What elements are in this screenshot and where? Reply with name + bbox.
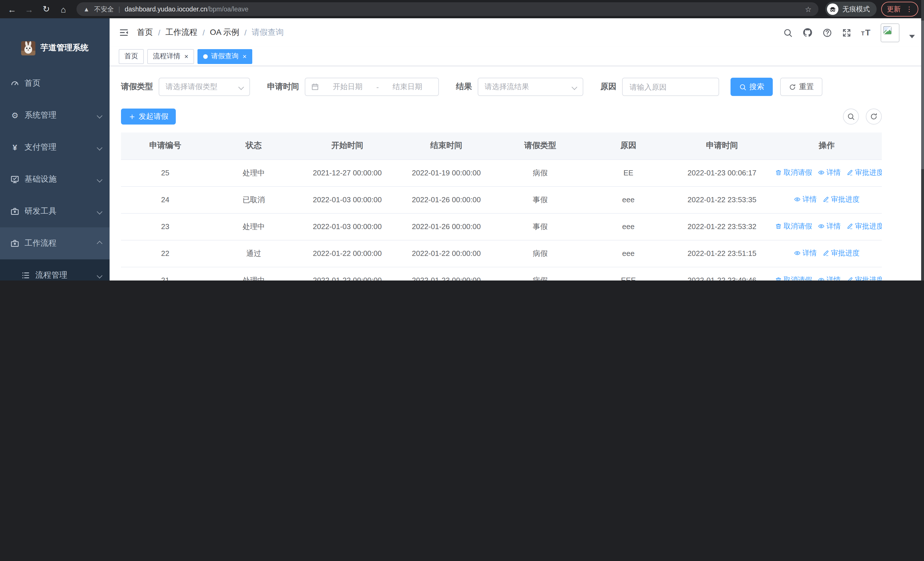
breadcrumb-separator: / <box>202 28 205 37</box>
sidebar-item-process-mgmt[interactable]: 流程管理 <box>0 259 110 281</box>
progress-action-link[interactable]: 审批进度 <box>846 275 882 281</box>
start-date-placeholder: 开始日期 <box>322 82 373 92</box>
close-icon[interactable]: × <box>184 53 188 60</box>
breadcrumb-item[interactable]: 工作流程 <box>165 27 198 38</box>
sidebar-item-home[interactable]: 首页 <box>0 68 110 99</box>
chevron-down-icon <box>97 209 102 214</box>
detail-action-link[interactable]: 详情 <box>818 222 841 232</box>
avatar[interactable] <box>880 23 900 42</box>
edit-icon <box>822 196 829 203</box>
url-host: dashboard.yudao.iocoder.cn <box>125 6 207 12</box>
caret-down-icon[interactable] <box>909 35 915 38</box>
reason-input[interactable] <box>622 78 719 96</box>
url-text: dashboard.yudao.iocoder.cn/bpm/oa/leave <box>125 6 249 12</box>
briefcase-icon <box>10 207 20 216</box>
progress-action-link[interactable]: 审批进度 <box>822 195 860 205</box>
leave-type-select[interactable]: 请选择请假类型 <box>159 78 250 96</box>
update-button[interactable]: 更新 ⋮ <box>881 2 918 17</box>
bookmark-star-icon[interactable]: ☆ <box>805 5 812 14</box>
cell-status: 处理中 <box>210 159 298 186</box>
close-icon[interactable]: × <box>243 53 246 60</box>
reason-label: 原因 <box>600 82 616 92</box>
tab-请假查询[interactable]: 请假查询× <box>198 49 252 64</box>
refresh-icon <box>870 113 878 120</box>
font-size-icon[interactable]: TT <box>861 27 871 38</box>
column-header: 请假类型 <box>496 132 584 159</box>
detail-action-link[interactable]: 详情 <box>818 168 841 177</box>
cell-start: 2022-01-03 00:00:00 <box>298 213 397 240</box>
forward-icon[interactable]: → <box>23 3 35 15</box>
address-bar[interactable]: ▲ 不安全 | dashboard.yudao.iocoder.cn/bpm/o… <box>76 2 818 16</box>
search-button[interactable]: 搜索 <box>730 78 773 96</box>
cell-status: 通过 <box>210 240 298 267</box>
cell-reason: eee <box>584 186 672 213</box>
home-icon[interactable]: ⌂ <box>57 3 70 15</box>
apply-time-range-picker[interactable]: 开始日期 - 结束日期 <box>305 78 439 96</box>
action-label: 详情 <box>826 168 841 177</box>
cancel-action-link[interactable]: 取消请假 <box>775 168 812 177</box>
detail-action-link[interactable]: 详情 <box>794 248 817 258</box>
sidebar-item-system[interactable]: ⚙系统管理 <box>0 99 110 131</box>
action-label: 取消请假 <box>784 275 812 281</box>
tab-首页[interactable]: 首页 <box>119 49 144 64</box>
sidebar-collapse-icon[interactable] <box>119 27 129 38</box>
sidebar-item-label: 工作流程 <box>24 238 57 248</box>
create-leave-button[interactable]: 发起请假 <box>121 108 176 125</box>
back-icon[interactable]: ← <box>6 3 18 15</box>
reload-icon[interactable]: ↻ <box>40 3 52 15</box>
cancel-action-link[interactable]: 取消请假 <box>775 222 812 232</box>
action-label: 审批进度 <box>831 195 860 205</box>
list-tree-icon <box>21 271 30 280</box>
action-label: 详情 <box>826 222 841 232</box>
cancel-action-link[interactable]: 取消请假 <box>775 275 812 281</box>
navbar-actions: TT <box>783 23 915 42</box>
cell-status: 已取消 <box>210 186 298 213</box>
sidebar-item-devtools[interactable]: 研发工具 <box>0 196 110 227</box>
breadcrumb-item: 请假查询 <box>252 27 284 38</box>
progress-action-link[interactable]: 审批进度 <box>822 248 860 258</box>
table-row: 21处理中2022-01-22 00:00:002022-01-23 00:00… <box>121 267 882 281</box>
tags-view-bar: 首页流程详情×请假查询× <box>110 47 924 66</box>
progress-action-link[interactable]: 审批进度 <box>846 222 882 232</box>
sidebar-item-infra[interactable]: 基础设施 <box>0 163 110 196</box>
cell-type: 病假 <box>496 240 584 267</box>
sidebar-item-payment[interactable]: ¥支付管理 <box>0 131 110 163</box>
column-header: 结束时间 <box>397 132 496 159</box>
chevron-down-icon <box>238 84 244 90</box>
fullscreen-icon[interactable] <box>842 28 851 38</box>
result-select[interactable]: 请选择流结果 <box>478 78 583 96</box>
detail-action-link[interactable]: 详情 <box>794 195 817 205</box>
scrollbar-thumb[interactable] <box>921 21 924 169</box>
column-header: 申请时间 <box>672 132 772 159</box>
sidebar-item-workflow[interactable]: 工作流程 <box>0 227 110 259</box>
cell-reason: EEE <box>584 267 672 281</box>
security-label: 不安全 <box>94 5 114 14</box>
progress-action-link[interactable]: 审批进度 <box>846 168 882 177</box>
search-icon[interactable] <box>783 28 792 38</box>
detail-action-link[interactable]: 详情 <box>818 275 841 281</box>
search-toggle-button[interactable] <box>843 108 859 125</box>
tab-流程详情[interactable]: 流程详情× <box>147 49 194 64</box>
logo-image <box>21 41 35 55</box>
action-label: 详情 <box>826 275 841 281</box>
delete-icon <box>775 277 782 281</box>
refresh-icon <box>789 83 796 90</box>
reset-button[interactable]: 重置 <box>780 78 822 96</box>
cell-apply: 2022-01-22 23:51:15 <box>672 240 772 267</box>
browser-menu-icon[interactable]: ⋮ <box>906 5 913 13</box>
cell-actions: 取消请假详情审批进度 <box>772 159 882 186</box>
cell-apply: 2022-01-22 23:49:46 <box>672 267 772 281</box>
column-header: 状态 <box>210 132 298 159</box>
breadcrumb-item[interactable]: 首页 <box>137 27 153 38</box>
help-icon[interactable] <box>822 28 832 38</box>
view-icon <box>818 169 825 176</box>
view-icon <box>794 250 801 257</box>
refresh-table-button[interactable] <box>866 108 882 125</box>
end-date-placeholder: 结束日期 <box>382 82 433 92</box>
github-icon[interactable] <box>802 27 812 38</box>
cell-type: 病假 <box>496 159 584 186</box>
monitor-icon <box>10 175 20 184</box>
breadcrumb-item[interactable]: OA 示例 <box>210 27 239 38</box>
sidebar-item-label: 研发工具 <box>24 206 57 217</box>
cell-type: 事假 <box>496 213 584 240</box>
